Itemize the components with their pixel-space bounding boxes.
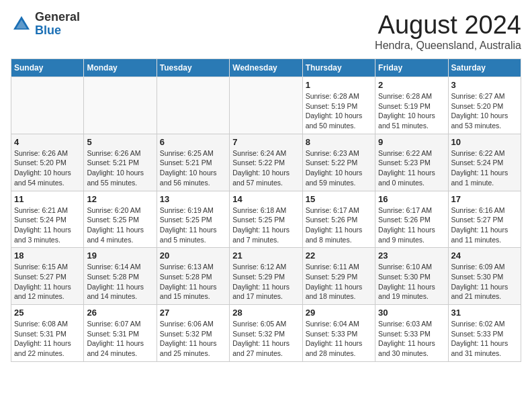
day-cell: 24Sunrise: 6:09 AMSunset: 5:30 PMDayligh…	[448, 248, 521, 305]
day-info: Sunrise: 6:25 AMSunset: 5:21 PMDaylight:…	[160, 148, 226, 188]
day-cell	[230, 77, 302, 134]
day-info: Sunrise: 6:16 AMSunset: 5:27 PMDaylight:…	[451, 205, 518, 245]
day-info: Sunrise: 6:11 AMSunset: 5:29 PMDaylight:…	[306, 262, 372, 302]
day-cell: 14Sunrise: 6:18 AMSunset: 5:25 PMDayligh…	[230, 191, 302, 248]
day-cell: 26Sunrise: 6:07 AMSunset: 5:31 PMDayligh…	[84, 305, 157, 362]
weekday-header-wednesday: Wednesday	[230, 59, 302, 77]
logo-icon	[11, 13, 32, 35]
week-row-1: 1Sunrise: 6:28 AMSunset: 5:19 PMDaylight…	[11, 77, 521, 134]
day-cell: 18Sunrise: 6:15 AMSunset: 5:27 PMDayligh…	[11, 248, 84, 305]
month-title: August 2024	[375, 11, 521, 40]
logo: General Blue	[11, 11, 80, 38]
day-number: 25	[14, 308, 81, 318]
day-cell: 22Sunrise: 6:11 AMSunset: 5:29 PMDayligh…	[302, 248, 375, 305]
day-cell: 31Sunrise: 6:02 AMSunset: 5:33 PMDayligh…	[448, 305, 521, 362]
day-cell: 30Sunrise: 6:03 AMSunset: 5:33 PMDayligh…	[375, 305, 448, 362]
week-row-5: 25Sunrise: 6:08 AMSunset: 5:31 PMDayligh…	[11, 305, 521, 362]
day-number: 31	[451, 308, 518, 318]
day-info: Sunrise: 6:20 AMSunset: 5:25 PMDaylight:…	[87, 205, 153, 245]
day-cell: 15Sunrise: 6:17 AMSunset: 5:26 PMDayligh…	[302, 191, 375, 248]
page-header: General Blue August 2024 Hendra, Queensl…	[11, 11, 521, 52]
day-number: 27	[160, 308, 226, 318]
day-cell: 10Sunrise: 6:22 AMSunset: 5:24 PMDayligh…	[448, 134, 521, 191]
day-info: Sunrise: 6:14 AMSunset: 5:28 PMDaylight:…	[87, 262, 153, 302]
day-number: 17	[451, 194, 518, 204]
day-number: 30	[378, 308, 445, 318]
week-row-3: 11Sunrise: 6:21 AMSunset: 5:24 PMDayligh…	[11, 191, 521, 248]
day-info: Sunrise: 6:24 AMSunset: 5:22 PMDaylight:…	[232, 148, 299, 188]
weekday-header-row: SundayMondayTuesdayWednesdayThursdayFrid…	[11, 59, 521, 77]
day-info: Sunrise: 6:18 AMSunset: 5:25 PMDaylight:…	[232, 205, 299, 245]
day-number: 12	[87, 194, 153, 204]
day-info: Sunrise: 6:28 AMSunset: 5:19 PMDaylight:…	[378, 91, 445, 131]
day-info: Sunrise: 6:04 AMSunset: 5:33 PMDaylight:…	[306, 319, 372, 359]
day-cell: 21Sunrise: 6:12 AMSunset: 5:29 PMDayligh…	[230, 248, 302, 305]
day-info: Sunrise: 6:17 AMSunset: 5:26 PMDaylight:…	[378, 205, 445, 245]
day-number: 16	[378, 194, 445, 204]
day-cell	[11, 77, 84, 134]
day-info: Sunrise: 6:26 AMSunset: 5:21 PMDaylight:…	[87, 148, 153, 188]
day-cell: 23Sunrise: 6:10 AMSunset: 5:30 PMDayligh…	[375, 248, 448, 305]
day-number: 7	[232, 137, 299, 147]
day-number: 26	[87, 308, 153, 318]
day-number: 22	[306, 250, 372, 261]
logo-blue-text: Blue	[35, 24, 80, 38]
day-info: Sunrise: 6:13 AMSunset: 5:28 PMDaylight:…	[160, 262, 226, 302]
day-cell: 3Sunrise: 6:27 AMSunset: 5:20 PMDaylight…	[448, 77, 521, 134]
day-number: 2	[378, 80, 445, 90]
day-number: 4	[14, 137, 81, 147]
day-info: Sunrise: 6:08 AMSunset: 5:31 PMDaylight:…	[14, 319, 81, 359]
day-info: Sunrise: 6:22 AMSunset: 5:23 PMDaylight:…	[378, 148, 445, 188]
day-info: Sunrise: 6:06 AMSunset: 5:32 PMDaylight:…	[160, 319, 226, 359]
weekday-header-tuesday: Tuesday	[157, 59, 229, 77]
day-info: Sunrise: 6:12 AMSunset: 5:29 PMDaylight:…	[232, 262, 299, 302]
day-cell: 2Sunrise: 6:28 AMSunset: 5:19 PMDaylight…	[375, 77, 448, 134]
day-number: 23	[378, 250, 445, 261]
day-cell: 27Sunrise: 6:06 AMSunset: 5:32 PMDayligh…	[157, 305, 229, 362]
week-row-2: 4Sunrise: 6:26 AMSunset: 5:20 PMDaylight…	[11, 134, 521, 191]
day-number: 20	[160, 250, 226, 261]
day-info: Sunrise: 6:22 AMSunset: 5:24 PMDaylight:…	[451, 148, 518, 188]
day-number: 13	[160, 194, 226, 204]
day-number: 29	[306, 308, 372, 318]
calendar-table: SundayMondayTuesdayWednesdayThursdayFrid…	[11, 58, 521, 362]
day-cell: 5Sunrise: 6:26 AMSunset: 5:21 PMDaylight…	[84, 134, 157, 191]
day-cell: 12Sunrise: 6:20 AMSunset: 5:25 PMDayligh…	[84, 191, 157, 248]
day-cell	[157, 77, 229, 134]
day-number: 1	[306, 80, 372, 90]
day-info: Sunrise: 6:10 AMSunset: 5:30 PMDaylight:…	[378, 262, 445, 302]
day-number: 15	[306, 194, 372, 204]
day-cell: 20Sunrise: 6:13 AMSunset: 5:28 PMDayligh…	[157, 248, 229, 305]
day-info: Sunrise: 6:07 AMSunset: 5:31 PMDaylight:…	[87, 319, 153, 359]
day-number: 9	[378, 137, 445, 147]
day-cell: 7Sunrise: 6:24 AMSunset: 5:22 PMDaylight…	[230, 134, 302, 191]
day-cell	[84, 77, 157, 134]
day-info: Sunrise: 6:27 AMSunset: 5:20 PMDaylight:…	[451, 91, 518, 131]
day-info: Sunrise: 6:19 AMSunset: 5:25 PMDaylight:…	[160, 205, 226, 245]
day-info: Sunrise: 6:23 AMSunset: 5:22 PMDaylight:…	[306, 148, 372, 188]
day-info: Sunrise: 6:17 AMSunset: 5:26 PMDaylight:…	[306, 205, 372, 245]
week-row-4: 18Sunrise: 6:15 AMSunset: 5:27 PMDayligh…	[11, 248, 521, 305]
calendar-body: 1Sunrise: 6:28 AMSunset: 5:19 PMDaylight…	[11, 77, 521, 362]
day-number: 21	[232, 250, 299, 261]
day-number: 3	[451, 80, 518, 90]
title-area: August 2024 Hendra, Queensland, Australi…	[375, 11, 521, 52]
day-number: 6	[160, 137, 226, 147]
day-number: 8	[306, 137, 372, 147]
day-number: 28	[232, 308, 299, 318]
day-number: 11	[14, 194, 81, 204]
day-number: 18	[14, 250, 81, 261]
day-cell: 4Sunrise: 6:26 AMSunset: 5:20 PMDaylight…	[11, 134, 84, 191]
weekday-header-saturday: Saturday	[448, 59, 521, 77]
day-number: 10	[451, 137, 518, 147]
day-number: 19	[87, 250, 153, 261]
weekday-header-thursday: Thursday	[302, 59, 375, 77]
day-cell: 6Sunrise: 6:25 AMSunset: 5:21 PMDaylight…	[157, 134, 229, 191]
day-info: Sunrise: 6:05 AMSunset: 5:32 PMDaylight:…	[232, 319, 299, 359]
day-info: Sunrise: 6:26 AMSunset: 5:20 PMDaylight:…	[14, 148, 81, 188]
logo-general-text: General	[35, 11, 80, 24]
day-info: Sunrise: 6:02 AMSunset: 5:33 PMDaylight:…	[451, 319, 518, 359]
day-info: Sunrise: 6:03 AMSunset: 5:33 PMDaylight:…	[378, 319, 445, 359]
day-number: 24	[451, 250, 518, 261]
day-cell: 17Sunrise: 6:16 AMSunset: 5:27 PMDayligh…	[448, 191, 521, 248]
